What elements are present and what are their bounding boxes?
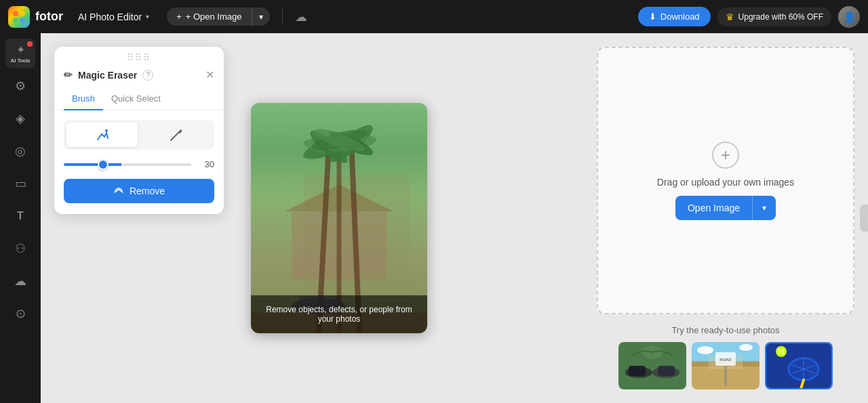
panel-header: ✏ Magic Eraser ? ✕ (54, 66, 224, 88)
preview-caption: Remove objects, defects, or people from … (251, 295, 427, 333)
eraser-icon: ✏ (64, 68, 73, 81)
retouch-icon: ◎ (15, 144, 26, 158)
ready-photo-desert[interactable]: ROAD (692, 342, 760, 389)
download-label: Download (660, 12, 700, 22)
topbar: fotor AI Photo Editor ▾ + + Open Image ▾… (0, 0, 868, 33)
upgrade-label: Upgrade with 60% OFF (738, 12, 823, 22)
remove-icon (113, 186, 124, 196)
svg-text:ROAD: ROAD (719, 358, 732, 362)
plus-icon: + (176, 12, 182, 22)
remove-button[interactable]: Remove (64, 179, 214, 203)
preview-area: Remove objects, defects, or people from … (237, 33, 441, 403)
sidebar-item-ai-tools[interactable]: ✦ AI Tools (5, 39, 35, 68)
tab-brush[interactable]: Brush (64, 88, 103, 110)
remove-label: Remove (130, 186, 165, 196)
sidebar-item-more[interactable]: ⊙ (5, 299, 35, 328)
topbar-divider (282, 9, 283, 25)
user-avatar[interactable]: 👤 (838, 6, 860, 28)
adjustments-icon: ⚙ (15, 79, 26, 93)
slider-value: 30 (198, 159, 214, 169)
svg-point-37 (739, 344, 753, 351)
panel-title-area: ✏ Magic Eraser ? (64, 68, 153, 81)
svg-point-45 (776, 346, 787, 357)
content-area: ⠿⠿⠿ ✏ Magic Eraser ? ✕ Brush Quick Selec… (41, 33, 868, 403)
size-range-input[interactable] (64, 163, 191, 166)
notification-dot (27, 41, 33, 47)
brush-size-slider: 30 (54, 159, 224, 169)
sidebar-item-people[interactable]: ⚇ (5, 234, 35, 263)
ready-photos-label: Try the ready-to-use photos (597, 325, 854, 335)
logo-area: fotor (8, 6, 63, 28)
frames-icon: ▭ (15, 176, 26, 191)
preview-image: Remove objects, defects, or people from … (251, 103, 427, 333)
svg-rect-35 (724, 366, 727, 386)
upload-dropzone[interactable]: + Drag or upload your own images Open Im… (597, 47, 854, 314)
open-image-large-main[interactable]: Open Image (675, 196, 752, 220)
open-image-large-button[interactable]: Open Image ▾ (675, 196, 776, 220)
brush-selector (64, 120, 214, 150)
left-sidebar: ✦ AI Tools ⚙ ◈ ◎ ▭ T ⚇ ☁ ⊙ (0, 33, 41, 403)
upload-section: + Drag or upload your own images Open Im… (597, 47, 854, 389)
svg-point-1 (20, 11, 25, 16)
svg-point-0 (13, 11, 18, 16)
cloud-sidebar-icon: ☁ (14, 274, 26, 289)
right-panel-toggle[interactable]: ‹ (860, 205, 868, 232)
ready-photo-tennis[interactable] (765, 342, 833, 389)
svg-point-2 (13, 18, 18, 23)
main-layout: ✦ AI Tools ⚙ ◈ ◎ ▭ T ⚇ ☁ ⊙ (0, 33, 868, 403)
app-name-dropdown[interactable]: AI Photo Editor ▾ (73, 9, 155, 25)
upgrade-button[interactable]: ♛ Upgrade with 60% OFF (717, 7, 831, 26)
drag-upload-text: Drag or upload your own images (657, 177, 794, 188)
svg-rect-27 (658, 366, 675, 376)
open-image-button[interactable]: + + Open Image ▾ (167, 7, 269, 26)
sidebar-item-text[interactable]: T (5, 201, 35, 231)
panel-drag-handle[interactable]: ⠿⠿⠿ (54, 47, 224, 66)
open-image-large-arrow[interactable]: ▾ (752, 196, 776, 220)
panel-tabs: Brush Quick Select (54, 88, 224, 110)
topbar-right: ⬇ Download ♛ Upgrade with 60% OFF 👤 (638, 6, 860, 28)
plus-icon: + (712, 142, 739, 169)
download-button[interactable]: ⬇ Download (638, 7, 711, 26)
open-image-main[interactable]: + + Open Image (167, 7, 251, 26)
open-image-arrow[interactable]: ▾ (252, 8, 270, 26)
sidebar-item-adjustments[interactable]: ⚙ (5, 71, 35, 101)
ready-photos-section: Try the ready-to-use photos (597, 325, 854, 389)
logo-text: fotor (35, 9, 63, 24)
sidebar-item-cloud[interactable]: ☁ (5, 266, 35, 296)
app-name-label: AI Photo Editor (78, 12, 142, 22)
svg-point-3 (20, 18, 25, 23)
avatar-inner: 👤 (838, 6, 860, 28)
svg-line-5 (171, 139, 172, 140)
magic-eraser-panel: ⠿⠿⠿ ✏ Magic Eraser ? ✕ Brush Quick Selec… (54, 47, 224, 214)
text-icon: T (17, 210, 24, 222)
ready-photo-shoes[interactable] (618, 342, 686, 389)
sidebar-item-retouch[interactable]: ◎ (5, 136, 35, 166)
svg-point-4 (105, 129, 108, 132)
svg-point-36 (697, 346, 713, 354)
effects-icon: ◈ (16, 111, 25, 126)
panel-title: Magic Eraser (78, 70, 137, 81)
close-button[interactable]: ✕ (205, 70, 214, 81)
brush-smart[interactable] (66, 123, 138, 147)
cloud-icon[interactable]: ☁ (295, 9, 307, 24)
fotor-logo-icon (8, 6, 30, 28)
help-icon[interactable]: ? (142, 70, 153, 81)
ready-photos-grid: ROAD (597, 342, 854, 389)
more-icon: ⊙ (16, 306, 26, 321)
crown-icon: ♛ (726, 12, 734, 22)
open-image-label: + Open Image (186, 12, 242, 22)
tab-quick-select[interactable]: Quick Select (103, 88, 169, 110)
ai-tools-label: AI Tools (11, 58, 30, 64)
caption-text: Remove objects, defects, or people from … (266, 305, 412, 324)
chevron-down-icon: ▾ (146, 13, 149, 20)
ai-tools-icon: ✦ (16, 43, 25, 56)
svg-rect-26 (629, 366, 646, 376)
sidebar-item-frames[interactable]: ▭ (5, 169, 35, 198)
brush-manual[interactable] (140, 123, 212, 147)
download-icon: ⬇ (649, 12, 656, 22)
people-icon: ⚇ (15, 241, 26, 256)
sidebar-item-effects[interactable]: ◈ (5, 104, 35, 133)
